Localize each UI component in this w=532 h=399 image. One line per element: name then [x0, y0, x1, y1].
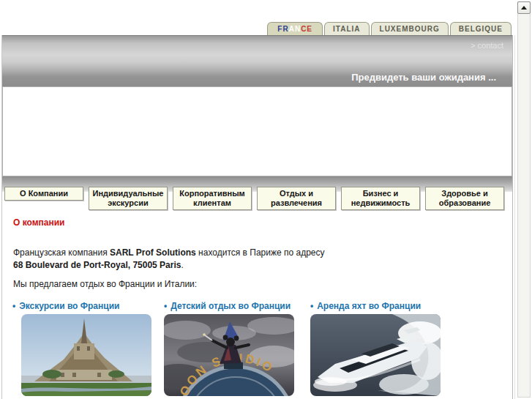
- card-kids-holidays-france: •Детский отдых во Франции: [164, 301, 310, 396]
- nav-tab-corporate-clients[interactable]: Корпоративным клиентам: [173, 187, 252, 210]
- country-tabs: FRANCE ITALIA LUXEMBOURG BELGIQUE: [2, 22, 512, 35]
- page: FRANCE ITALIA LUXEMBOURG BELGIQUE > cont…: [0, 0, 532, 399]
- card-excursions-france: •Экскурсии во Франции: [12, 301, 159, 396]
- content-right-border: [512, 35, 513, 399]
- scrollbar-up-button[interactable]: [517, 1, 531, 14]
- link-kids-holidays-label: Детский отдых во Франции: [171, 301, 291, 311]
- country-tab-france[interactable]: FRANCE: [267, 22, 323, 35]
- link-yacht-rent-france[interactable]: •Аренда яхт во Франции: [310, 301, 457, 311]
- nav-tab-about-company[interactable]: О Компании: [4, 187, 83, 201]
- scroll-up-icon: [521, 6, 527, 10]
- tab-france-segment-an: AN: [289, 25, 301, 33]
- main-navigation: О Компании Индивидуальные экскурсии Корп…: [4, 187, 512, 210]
- company-name: SARL Prof Solutions: [110, 247, 196, 258]
- card-yacht-rent-france: •Аренда яхт во Франции: [310, 301, 457, 396]
- toon-studio-mickey-photo[interactable]: TOON STUDIO: [164, 314, 294, 396]
- tab-france-segment-ce: CE: [301, 25, 312, 33]
- about-line2-post: .: [181, 260, 183, 270]
- link-yacht-rent-label: Аренда яхт во Франции: [317, 301, 421, 311]
- bullet-icon: •: [310, 301, 313, 311]
- link-kids-holidays-france[interactable]: •Детский отдых во Франции: [164, 301, 310, 311]
- about-line1-pre: Французская компания: [13, 247, 110, 258]
- vertical-scrollbar[interactable]: [517, 1, 531, 398]
- nav-tab-individual-tours[interactable]: Индивидуальные экскурсии: [89, 187, 168, 210]
- bullet-icon: •: [164, 301, 167, 311]
- banner-area: [2, 86, 512, 176]
- company-address: 68 Boulevard de Port-Royal, 75005 Paris: [13, 260, 181, 270]
- nav-tab-leisure-entertainment[interactable]: Отдых и развлечения: [257, 187, 336, 210]
- country-tab-luxembourg[interactable]: LUXEMBOURG: [371, 22, 449, 35]
- contact-link[interactable]: > contact: [471, 41, 503, 50]
- link-excursions-label: Экскурсии во Франции: [19, 301, 119, 311]
- mont-saint-michel-photo[interactable]: [21, 314, 151, 396]
- offer-line: Мы предлагаем отдых во Франции и Италии:: [13, 279, 197, 289]
- content-left-border: [1, 35, 2, 399]
- nav-tab-health-education[interactable]: Здоровье и образование: [425, 187, 504, 210]
- link-excursions-france[interactable]: •Экскурсии во Франции: [12, 301, 159, 311]
- about-paragraph: Французская компания SARL Prof Solutions…: [13, 247, 325, 272]
- country-tab-belgique[interactable]: BELGIQUE: [450, 22, 512, 35]
- bullet-icon: •: [12, 301, 15, 311]
- about-line-2: 68 Boulevard de Port-Royal, 75005 Paris.: [13, 259, 325, 272]
- header-banner: > contact Предвидеть ваши ожидания ...: [2, 35, 512, 86]
- about-line1-post: находится в Париже по адресу: [196, 247, 325, 258]
- about-line-1: Французская компания SARL Prof Solutions…: [13, 247, 325, 259]
- tab-france-segment-fr: FR: [277, 25, 288, 33]
- header-slogan: Предвидеть ваши ожидания ...: [351, 72, 496, 83]
- motor-yacht-photo[interactable]: [310, 314, 441, 396]
- page-title: О компании: [13, 217, 65, 228]
- nav-tab-business-realestate[interactable]: Бизнес и недвижимость: [341, 187, 420, 210]
- country-tab-italia[interactable]: ITALIA: [324, 22, 369, 35]
